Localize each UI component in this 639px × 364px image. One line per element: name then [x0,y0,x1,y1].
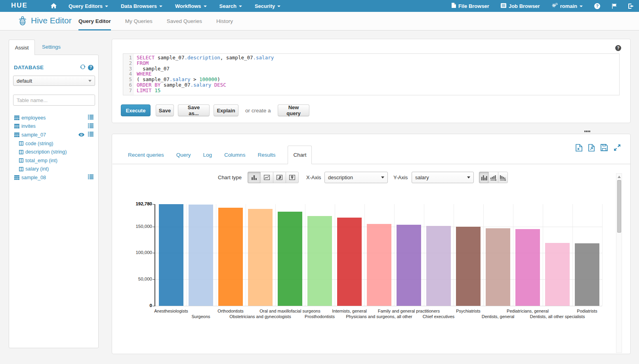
chart-type-label: Chart type [218,174,242,180]
tab-log[interactable]: Log [203,152,212,158]
menu-search[interactable]: Search [219,3,242,9]
menu-data-browsers[interactable]: Data Browsers [121,3,162,9]
bar-orthodontists[interactable] [218,208,243,306]
tab-settings[interactable]: Settings [42,44,61,50]
table-filter-input[interactable] [13,95,95,106]
menu-query-editors[interactable]: Query Editors [69,3,108,9]
column-icon [19,141,23,146]
gridline-vertical [513,204,513,306]
bar-podiatrists[interactable] [575,243,599,306]
hue-logo[interactable]: HUE [11,2,28,9]
bar-oral-and-maxillofacial-surgeons[interactable] [278,212,302,306]
bar-chart-button[interactable] [248,172,261,183]
y-axis-line [155,204,155,307]
download-csv-icon[interactable] [588,144,595,153]
bar-dentists-general[interactable] [486,228,510,306]
tab-columns[interactable]: Columns [224,152,245,158]
tab-results[interactable]: Results [258,152,275,158]
column-icon [19,167,23,171]
chart-scrollbar[interactable] [616,173,622,353]
sort-desc-icon [500,174,506,181]
browse-data-icon[interactable] [88,174,93,180]
tab-query-editor[interactable]: Query Editor [78,12,111,30]
column-item-code[interactable]: code (string) [9,139,98,148]
save-results-icon[interactable] [601,144,608,153]
sort-none-button[interactable] [479,172,489,183]
job-browser-link[interactable]: Job Browser [501,3,540,9]
map-chart-button[interactable] [286,172,299,183]
file-browser-link[interactable]: File Browser [452,3,489,9]
pie-chart-button[interactable] [273,172,286,183]
y-axis-select[interactable]: salary [412,172,474,183]
chevron-down-icon [580,6,583,7]
chart-type-buttons [248,172,299,183]
sign-out-icon[interactable] [628,4,634,9]
table-item-sample_07[interactable]: sample_07 [9,131,98,139]
bar-internists-general[interactable] [337,218,362,306]
tab-chart[interactable]: Chart [288,146,312,164]
editor-help-icon[interactable]: ? [615,45,621,51]
save-as-button[interactable]: Save as... [178,104,210,116]
bar-dentists-all-other-specialists[interactable] [545,243,570,306]
sort-desc-button[interactable] [498,172,508,183]
line-chart-button[interactable] [260,172,273,183]
bar-surgeons[interactable] [189,205,213,306]
table-item-sample_08[interactable]: sample_08 [9,173,98,182]
menu-workflows[interactable]: Workflows [175,3,207,9]
bar-chief-executives[interactable] [426,226,451,306]
bar-prosthodontists[interactable] [307,216,332,306]
new-query-button[interactable]: New query [278,104,309,116]
database-select[interactable]: default [13,76,95,86]
top-navbar: HUE Query EditorsData BrowsersWorkflowsS… [0,0,639,12]
browse-data-icon[interactable] [88,115,93,121]
flag-icon[interactable] [612,4,617,9]
sql-editor[interactable]: 1234567 SELECT sample_07.description, sa… [123,53,620,95]
tab-saved-queries[interactable]: Saved Queries [167,12,202,30]
line-numbers: 1234567 [123,54,134,95]
bar-anesthesiologists[interactable] [159,204,183,306]
tab-history[interactable]: History [216,12,233,30]
bar-physicians-and-surgeons-all-other[interactable] [367,224,391,306]
database-help-icon[interactable]: ? [88,65,93,70]
tab-query[interactable]: Query [176,152,191,158]
results-tabs: Recent queriesQueryLogColumnsResultsChar… [128,146,312,164]
tab-recent-queries[interactable]: Recent queries [128,152,164,158]
table-item-employees[interactable]: employees [9,114,98,122]
refresh-icon[interactable] [80,64,86,71]
tab-assist[interactable]: Assist [9,40,35,55]
column-item-description[interactable]: description (string) [9,148,98,156]
download-xls-icon[interactable] [576,144,582,153]
home-icon[interactable] [51,3,57,9]
x-axis-select[interactable]: description [324,172,388,183]
bar-obstetricians-and-gynecologists[interactable] [248,209,273,306]
gridline-vertical [246,204,246,306]
help-icon[interactable]: ? [594,3,600,9]
column-name: salary (int) [25,166,49,172]
scroll-up-icon[interactable] [618,176,621,178]
save-button[interactable]: Save [156,104,174,116]
map-chart-icon [289,175,295,180]
bar-family-and-general-practitioners[interactable] [397,225,421,306]
user-menu[interactable]: romain [551,3,583,9]
execute-button[interactable]: Execute [121,104,151,116]
file-icon [452,3,456,9]
x-axis-category-label: Pediatricians, general [507,309,549,313]
tab-my-queries[interactable]: My Queries [125,12,153,30]
gridline-vertical [305,204,305,306]
assist-panel: DATABASE ? default employeesinvitessampl… [9,55,99,348]
explain-button[interactable]: Explain [214,104,238,116]
panel-resize-handle[interactable] [584,131,590,132]
scrollbar-thumb[interactable] [617,180,621,233]
bar-pediatricians-general[interactable] [515,229,540,306]
bar-psychiatrists[interactable] [456,227,481,306]
preview-eye-icon[interactable] [78,132,84,138]
sort-asc-button[interactable] [488,172,498,183]
browse-data-icon[interactable] [88,123,93,129]
column-item-total_emp[interactable]: total_emp (int) [9,156,98,165]
column-item-salary[interactable]: salary (int) [9,165,98,174]
table-item-invites[interactable]: invites [9,122,98,131]
y-axis-tick-label: 150,000 [124,224,152,229]
menu-security[interactable]: Security [255,3,280,9]
expand-results-icon[interactable] [614,144,621,153]
browse-data-icon[interactable] [88,132,93,138]
